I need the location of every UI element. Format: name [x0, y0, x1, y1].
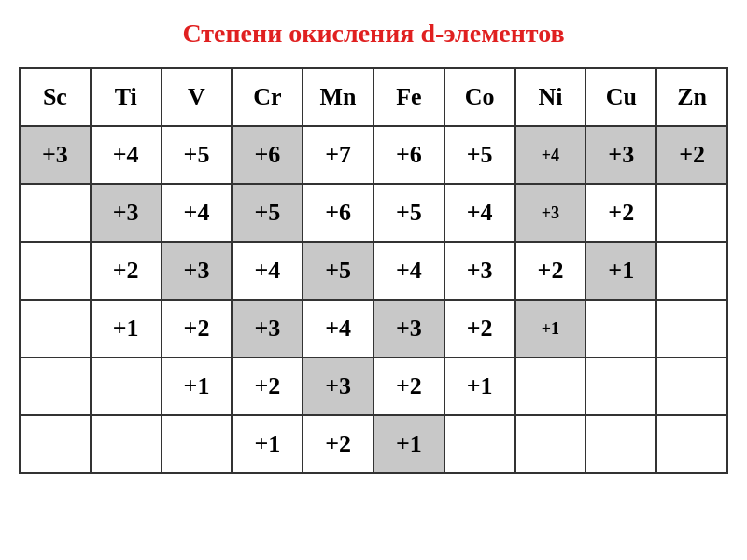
table-cell: +2: [232, 357, 303, 415]
table-cell: +2: [444, 300, 515, 357]
table-cell: [20, 415, 91, 473]
table-cell: +5: [444, 126, 515, 184]
column-header-cu: Cu: [585, 68, 656, 126]
table-cell: +2: [656, 126, 727, 184]
table-body: +3+4+5+6+7+6+5+4+3+2+3+4+5+6+5+4+3+2+2+3…: [20, 126, 727, 473]
table-cell: +4: [515, 126, 586, 184]
table-row: +3+4+5+6+7+6+5+4+3+2: [20, 126, 727, 184]
table-cell: [444, 415, 515, 473]
column-header-cr: Cr: [232, 68, 303, 126]
column-header-ni: Ni: [515, 68, 586, 126]
table-cell: +5: [374, 184, 444, 242]
table-cell: +3: [374, 300, 444, 357]
table-cell: +2: [585, 184, 656, 242]
table-cell: +2: [303, 415, 374, 473]
table-cell: [91, 415, 162, 473]
table-cell: +1: [444, 357, 515, 415]
table-cell: +4: [91, 126, 162, 184]
table-cell: +1: [374, 415, 444, 473]
table-cell: [20, 242, 91, 300]
table-cell: +4: [232, 242, 303, 300]
table-row: +3+4+5+6+5+4+3+2: [20, 184, 727, 242]
column-header-fe: Fe: [374, 68, 444, 126]
table-cell: [656, 184, 727, 242]
table-cell: +2: [91, 242, 162, 300]
column-header-mn: Mn: [303, 68, 374, 126]
header-row: ScTiVCrMnFeCoNiCuZn: [20, 68, 727, 126]
table-cell: [515, 357, 586, 415]
table-cell: [656, 415, 727, 473]
table-row: +2+3+4+5+4+3+2+1: [20, 242, 727, 300]
table-cell: +1: [232, 415, 303, 473]
table-cell: [91, 357, 162, 415]
table-cell: +6: [374, 126, 444, 184]
table-cell: +6: [303, 184, 374, 242]
table-cell: [585, 415, 656, 473]
table-cell: [585, 357, 656, 415]
page-title: Степени окисления d-элементов: [182, 19, 564, 49]
table-cell: +3: [20, 126, 91, 184]
table-cell: +3: [585, 126, 656, 184]
table-cell: [656, 242, 727, 300]
table-cell: +3: [232, 300, 303, 357]
table-cell: +6: [232, 126, 303, 184]
table-cell: +4: [162, 184, 233, 242]
table-row: +1+2+3+2+1: [20, 357, 727, 415]
table-cell: +2: [515, 242, 586, 300]
table-cell: [20, 357, 91, 415]
table-cell: +3: [515, 184, 586, 242]
table-cell: +2: [162, 300, 233, 357]
column-header-ti: Ti: [91, 68, 162, 126]
table-cell: +3: [303, 357, 374, 415]
table-cell: [20, 300, 91, 357]
column-header-co: Co: [444, 68, 515, 126]
table-cell: +2: [374, 357, 444, 415]
table-cell: +1: [91, 300, 162, 357]
table-cell: +7: [303, 126, 374, 184]
table-cell: [515, 415, 586, 473]
table-cell: +4: [444, 184, 515, 242]
column-header-v: V: [162, 68, 233, 126]
table-cell: +3: [91, 184, 162, 242]
table-cell: +1: [585, 242, 656, 300]
table-cell: [162, 415, 233, 473]
table-cell: [656, 357, 727, 415]
table-cell: +5: [303, 242, 374, 300]
table-cell: [585, 300, 656, 357]
column-header-zn: Zn: [656, 68, 727, 126]
table-cell: +3: [444, 242, 515, 300]
table-row: +1+2+3+4+3+2+1: [20, 300, 727, 357]
table-cell: +4: [374, 242, 444, 300]
table-cell: +4: [303, 300, 374, 357]
oxidation-table: ScTiVCrMnFeCoNiCuZn +3+4+5+6+7+6+5+4+3+2…: [19, 67, 728, 474]
table-cell: [656, 300, 727, 357]
table-cell: +5: [162, 126, 233, 184]
table-cell: +3: [162, 242, 233, 300]
table-row: +1+2+1: [20, 415, 727, 473]
table-cell: [20, 184, 91, 242]
table-cell: +5: [232, 184, 303, 242]
column-header-sc: Sc: [20, 68, 91, 126]
table-cell: +1: [162, 357, 233, 415]
table-cell: +1: [515, 300, 586, 357]
